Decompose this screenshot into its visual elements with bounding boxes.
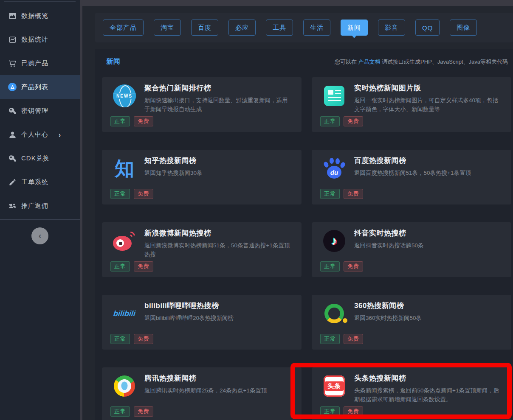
tab-media[interactable]: 影音 [378,20,405,36]
tab-news[interactable]: 新闻 [341,20,368,36]
product-title: 360热搜新闻榜 [354,301,502,311]
product-title: 实时热榜新闻图片版 [354,83,502,93]
sidebar-item-label: 数据统计 [21,36,48,44]
product-card[interactable]: 头条 头条热搜新闻榜 头条新闻搜索榜，返回前50条热点新闻+1条置顶新闻，后期根… [312,367,511,420]
tab-qq[interactable]: QQ [415,20,440,36]
product-desc: 新闻快速输出接口，支持返回数量、过滤重复新闻，适用于新闻早晚报自动生成 [144,96,292,114]
price-badge: 免费 [344,261,363,272]
sidebar-item-label: 密钥管理 [21,107,48,115]
sidebar-item-product-list[interactable]: 产品列表 [0,75,80,99]
product-card[interactable]: du 百度热搜新闻榜 返回百度热搜榜新闻51条，50条热搜+1条置顶 正常 免费 [312,150,511,204]
section-header: 新闻 您可以在 产品文档 调试接口或生成PHP、JavaScript、Java等… [95,49,513,66]
product-card[interactable]: ♪ 抖音实时热搜榜 返回抖音实时热搜话题50条 正常 免费 [312,222,511,277]
tab-bing[interactable]: 必应 [228,20,256,36]
status-badge: 正常 [320,261,340,272]
price-badge: 免费 [134,406,153,417]
news-globe-icon: NEWS [113,84,136,108]
status-badge: 正常 [320,189,340,199]
sidebar-item-purchased-products[interactable]: 已购产品 [0,51,80,75]
icon-label: du [330,169,338,176]
status-badge: 正常 [110,116,130,126]
status-badge: 正常 [320,116,340,126]
price-badge: 免费 [344,189,363,199]
product-desc: 头条新闻搜索榜，返回前50条热点新闻+1条置顶新闻，后期根据需求可新增新闻返回条… [354,386,502,404]
status-badge: 正常 [320,406,340,417]
product-desc: 返回一张实时热榜新闻图片，可自定义样式多40项，包括文字颜色，字体大小、新闻数量… [354,96,502,114]
price-badge: 免费 [134,189,153,199]
key-icon [8,154,17,162]
icon-label: ♪ [331,234,337,248]
tencent-news-icon [113,374,136,398]
key-icon [8,106,17,115]
product-card[interactable]: bilibili bilibili哔哩哔哩热搜榜 返回bilibili哔哩哔哩2… [102,295,302,350]
sidebar-divider [0,219,80,220]
product-title: 百度热搜新闻榜 [354,156,502,165]
product-title: 聚合热门新闻排行榜 [144,83,292,93]
product-card[interactable]: 知 知乎热搜新闻榜 返回知乎热搜新闻30条 正常 免费 [102,150,302,204]
tab-all-products[interactable]: 全部产品 [103,20,144,36]
product-title: bilibili哔哩哔哩热搜榜 [144,301,292,311]
product-card[interactable]: 腾讯热搜新闻榜 返回腾讯实时热榜新闻25条，24条热点+1条置顶 正常 免费 [102,367,302,420]
price-badge: 免费 [344,116,363,126]
pen-icon [8,178,17,186]
sidebar-item-label: CDK兑换 [21,154,50,162]
sidebar-item-data-overview[interactable]: 数据概览 [0,4,80,28]
product-desc: 返回百度热搜榜新闻51条，50条热搜+1条置顶 [354,168,502,177]
bilibili-icon: bilibili [113,302,136,325]
category-tabs-bar: 全部产品 淘宝 百度 必应 工具 生活 新闻 影音 QQ 图像 [95,13,513,42]
sidebar-item-ticket-system[interactable]: 工单系统 [0,170,80,194]
status-badge: 正常 [110,334,130,344]
tab-taobao[interactable]: 淘宝 [154,20,181,36]
product-card[interactable]: 实时热榜新闻图片版 返回一张实时热榜新闻图片，可自定义样式多40项，包括文字颜色… [312,77,511,132]
main-content: 全部产品 淘宝 百度 必应 工具 生活 新闻 影音 QQ 图像 新闻 您可以在 … [82,6,513,420]
sidebar-item-data-stats[interactable]: 数据统计 [0,28,80,51]
status-badge: 正常 [110,189,130,199]
status-badge: 正常 [110,261,130,272]
cart-icon [8,59,17,67]
user-icon [8,130,17,139]
product-card[interactable]: 360热搜新闻榜 返回360实时热榜新闻50条 正常 免费 [312,295,511,350]
doc-hint-suffix: 调试接口或生成PHP、JavaScript、Java等相关代码 [381,59,508,65]
news-section-panel: 新闻 您可以在 产品文档 调试接口或生成PHP、JavaScript、Java等… [95,49,513,420]
line-chart-icon [8,35,17,44]
price-badge: 免费 [134,261,153,272]
sidebar-collapse-button[interactable]: ‹ [31,227,48,244]
doc-hint-prefix: 您可以在 [335,59,358,65]
chevron-right-icon: › [59,130,61,139]
chevron-left-icon: ‹ [39,231,42,241]
sidebar-item-cdk-exchange[interactable]: CDK兑换 [0,146,80,170]
product-desc: 返回bilibili哔哩哔哩20条热搜新闻榜 [144,314,292,322]
sidebar-item-label: 推广返佣 [21,202,48,210]
price-badge: 免费 [134,334,153,344]
sidebar-item-label: 个人中心 [21,131,48,139]
product-title: 知乎热搜新闻榜 [144,156,292,165]
price-badge: 免费 [344,406,363,417]
360-icon [322,302,346,325]
product-title: 头条热搜新闻榜 [354,373,502,383]
product-doc-link[interactable]: 产品文档 [358,59,381,65]
newspaper-icon [322,84,346,108]
product-card[interactable]: 新浪微博新闻热搜榜 返回新浪微博实时热榜新闻51条，50条普通热搜+1条置顶热搜… [102,222,302,277]
sidebar: 数据概览 数据统计 已购产品 产品列表 密钥管理 [0,0,80,420]
tab-baidu[interactable]: 百度 [191,20,218,36]
section-title: 新闻 [106,57,121,66]
sidebar-item-personal-center[interactable]: 个人中心 › [0,123,80,146]
weibo-icon [113,229,136,253]
tab-life[interactable]: 生活 [303,20,330,36]
product-card[interactable]: NEWS 聚合热门新闻排行榜 新闻快速输出接口，支持返回数量、过滤重复新闻，适用… [102,77,302,132]
tab-tools[interactable]: 工具 [266,20,293,36]
douyin-icon: ♪ [322,229,346,253]
sidebar-item-label: 工单系统 [21,178,48,186]
sidebar-item-key-management[interactable]: 密钥管理 [0,99,80,123]
icon-label: 知 [115,159,134,178]
sidebar-item-label: 产品列表 [21,83,48,91]
tab-image[interactable]: 图像 [450,20,477,36]
sidebar-item-label: 已购产品 [21,59,48,67]
product-desc: 返回360实时热榜新闻50条 [354,314,502,322]
zhihu-icon: 知 [113,157,136,180]
product-desc: 返回腾讯实时热榜新闻25条，24条热点+1条置顶 [144,386,292,395]
sidebar-item-promotion-rebate[interactable]: 推广返佣 [0,194,80,218]
product-title: 腾讯热搜新闻榜 [144,373,292,383]
icon-label: 头条 [325,381,344,391]
icon-label: bilibili [113,309,136,318]
